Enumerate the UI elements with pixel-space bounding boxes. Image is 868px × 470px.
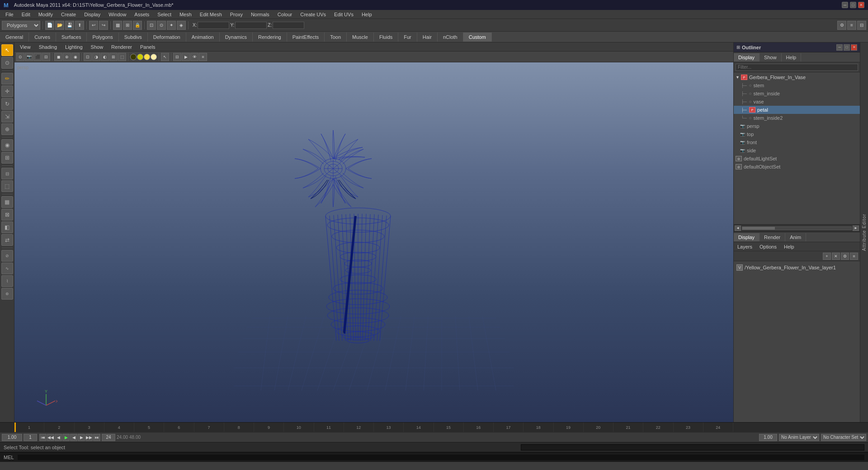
timeline-num-23[interactable]: 23 [674, 423, 703, 432]
timeline-num-11[interactable]: 11 [314, 423, 344, 432]
rotate-tool[interactable]: ↻ [1, 98, 13, 110]
render-region-tool[interactable]: ⬚ [1, 180, 13, 192]
light-icon-2[interactable] [137, 54, 143, 60]
soft-mod-tool[interactable]: ◉ [1, 139, 13, 151]
open-scene-icon[interactable]: 📂 [55, 21, 64, 30]
vp-camera-icon[interactable]: 📷 [25, 53, 33, 61]
layer-settings-btn[interactable]: ⚙ [841, 253, 849, 260]
outliner-item-side[interactable]: 📷 side [734, 146, 860, 155]
character-set-selector[interactable]: No Character Set [821, 434, 866, 441]
vp-arrow-tool-icon[interactable]: ↖ [161, 53, 169, 61]
tab-ncloth[interactable]: nCloth [438, 33, 463, 42]
range-end-field[interactable] [102, 434, 115, 441]
menu-select[interactable]: Select [154, 11, 175, 18]
redo-icon[interactable]: ↪ [99, 21, 108, 30]
layer-row-1[interactable]: V /Yellow_Gerbera_Flower_In_Vase_layer1 [736, 263, 858, 272]
layer-visibility-checkbox[interactable]: V [736, 264, 743, 271]
layer-new-btn[interactable]: + [823, 253, 831, 260]
outliner-minimize-btn[interactable]: ─ [836, 44, 843, 51]
vp-points-icon[interactable]: ⊞ [109, 53, 118, 61]
move-tool[interactable]: ✛ [1, 85, 13, 97]
outliner-item-top[interactable]: 📷 top [734, 130, 860, 138]
universal-manip-tool[interactable]: ⊕ [1, 123, 13, 135]
vp-grid-icon[interactable]: ⊟ [173, 53, 181, 61]
outliner-item-stem-inside[interactable]: ├─ ○ stem_inside [734, 89, 860, 98]
outliner-scroll-right-btn[interactable]: ► [853, 226, 859, 231]
lasso-tool[interactable]: ⊙ [1, 57, 13, 69]
paint-weights-tool[interactable]: ◧ [1, 221, 13, 233]
vp-select-cam-icon[interactable]: ⊙ [16, 53, 24, 61]
vp-menu-view[interactable]: View [16, 43, 34, 51]
timeline-num-12[interactable]: 12 [344, 423, 374, 432]
light-icon-1[interactable] [130, 54, 137, 60]
timeline-num-5[interactable]: 5 [134, 423, 164, 432]
timeline-num-9[interactable]: 9 [254, 423, 284, 432]
timeline-num-17[interactable]: 17 [494, 423, 524, 432]
playback-step-back-btn[interactable]: ◀◀ [47, 434, 54, 441]
timeline-num-4[interactable]: 4 [104, 423, 134, 432]
timeline-num-24[interactable]: 24 [703, 423, 733, 432]
outliner-content[interactable]: ▼ P Gerbera_Flower_In_Vase ├─ ○ stem ├─ … [734, 72, 860, 224]
tab-fluids[interactable]: Fluids [374, 33, 398, 42]
tab-toon[interactable]: Toon [325, 33, 347, 42]
menu-edit-uvs[interactable]: Edit UVs [330, 11, 357, 18]
layer-delete-btn[interactable]: ✕ [832, 253, 840, 260]
timeline-num-2[interactable]: 2 [44, 423, 74, 432]
outliner-item-stem-inside2[interactable]: └─ ○ stem_inside2 [734, 114, 860, 122]
timeline-num-14[interactable]: 14 [404, 423, 434, 432]
vp-menu-lighting[interactable]: Lighting [61, 43, 86, 51]
menu-window[interactable]: Window [105, 11, 130, 18]
merge-tool[interactable]: ⊛ [1, 288, 13, 300]
vp-menu-shading[interactable]: Shading [35, 43, 61, 51]
tab-subdivs[interactable]: Subdivs [119, 33, 148, 42]
outliner-item-stem[interactable]: ├─ ○ stem [734, 81, 860, 89]
timeline-num-16[interactable]: 16 [464, 423, 494, 432]
outliner-item-gerbera-root[interactable]: ▼ P Gerbera_Flower_In_Vase [734, 73, 860, 81]
snap-to-curve-icon[interactable]: ⊙ [157, 21, 166, 30]
timeline-num-18[interactable]: 18 [524, 423, 553, 432]
outliner-tab-show[interactable]: Show [760, 53, 782, 61]
snap-to-view-icon[interactable]: ◈ [177, 21, 186, 30]
vp-smooth-shade-icon[interactable]: ◑ [92, 53, 100, 61]
timeline-num-13[interactable]: 13 [374, 423, 404, 432]
menu-help[interactable]: Help [358, 11, 376, 18]
coord-y-field[interactable] [235, 22, 267, 29]
tab-general[interactable]: General [0, 33, 29, 42]
paint-tool[interactable]: ✏ [1, 73, 13, 85]
mode-selector[interactable]: Polygons Surfaces Dynamics Rendering Ani… [2, 21, 40, 30]
tab-dynamics[interactable]: Dynamics [220, 33, 253, 42]
outliner-tab-display[interactable]: Display [734, 53, 760, 61]
lock-selection-icon[interactable]: 🔒 [133, 21, 142, 30]
menu-create[interactable]: Create [57, 11, 80, 18]
maximize-button[interactable]: □ [850, 2, 856, 8]
show-manip-tool[interactable]: ⊞ [1, 152, 13, 164]
playback-prev-frame-btn[interactable]: ◀ [55, 434, 62, 441]
range-start-field[interactable] [2, 434, 22, 441]
tab-surfaces[interactable]: Surfaces [56, 33, 87, 42]
menu-colour[interactable]: Colour [274, 11, 296, 18]
timeline-num-20[interactable]: 20 [584, 423, 613, 432]
vp-show-icon[interactable]: 👁 [190, 53, 198, 61]
undo-icon[interactable]: ↩ [89, 21, 98, 30]
attributes-icon[interactable]: ≡ [847, 21, 856, 30]
tab-polygons[interactable]: Polygons [87, 33, 118, 42]
quad-draw-tool[interactable]: ⊘ [1, 250, 13, 262]
layer-subtab-help[interactable]: Help [782, 243, 796, 250]
layer-tab-display[interactable]: Display [734, 233, 760, 241]
relax-tool[interactable]: ∿ [1, 263, 13, 274]
outliner-scrollbar-track[interactable] [742, 226, 852, 230]
minimize-button[interactable]: ─ [842, 2, 848, 8]
tab-animation[interactable]: Animation [186, 33, 220, 42]
vp-menu-show[interactable]: Show [87, 43, 107, 51]
outliner-item-vase[interactable]: ├─ ○ vase [734, 98, 860, 106]
layer-tab-anim[interactable]: Anim [785, 233, 806, 241]
timeline-num-1[interactable]: 1 [14, 423, 44, 432]
playback-step-fwd-btn[interactable]: ▶▶ [85, 434, 93, 441]
layer-tab-render[interactable]: Render [760, 233, 785, 241]
vp-isolate-select-icon[interactable]: ◼ [54, 53, 62, 61]
tab-fur[interactable]: Fur [398, 33, 417, 42]
tab-deformation[interactable]: Deformation [148, 33, 186, 42]
timeline-num-10[interactable]: 10 [284, 423, 314, 432]
select-tool[interactable]: ↖ [1, 44, 13, 56]
tab-custom[interactable]: Custom [463, 33, 492, 42]
